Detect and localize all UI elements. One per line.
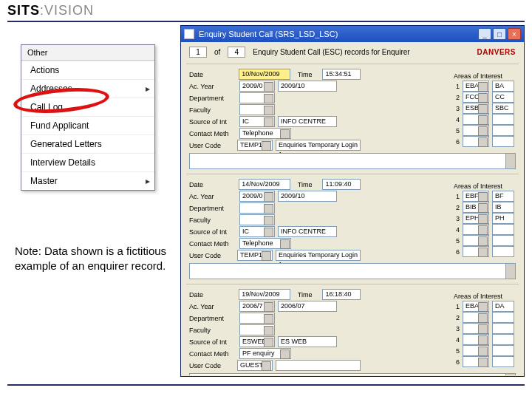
source-field[interactable]: ESWEB	[239, 336, 275, 347]
area-sub-field[interactable]	[492, 246, 514, 257]
menu-item-master[interactable]: Master▸	[21, 171, 154, 190]
area-sub-field[interactable]: CC	[492, 92, 514, 103]
menu-item-interview-details[interactable]: Interview Details	[21, 153, 154, 171]
dept-field[interactable]	[239, 313, 275, 324]
area-sub-field[interactable]	[492, 345, 514, 356]
time-field[interactable]: 16:18:40	[322, 289, 361, 300]
notes-textarea[interactable]	[189, 263, 516, 279]
area-code-field[interactable]: BIB	[463, 202, 489, 213]
area-code-field[interactable]	[463, 136, 489, 147]
year-field[interactable]: 2006/7	[239, 301, 275, 312]
area-sub-field[interactable]: IB	[492, 202, 514, 213]
source-field[interactable]: IC	[239, 116, 275, 127]
area-sub-field[interactable]: BA	[492, 81, 514, 92]
area-code-field[interactable]	[463, 246, 489, 257]
area-sub-field[interactable]	[492, 323, 514, 334]
area-code-field[interactable]	[463, 114, 489, 125]
area-code-field[interactable]: EPH	[463, 213, 489, 224]
area-sub-field[interactable]	[492, 334, 514, 345]
area-sub-field[interactable]	[492, 125, 514, 136]
date-field[interactable]: 19/Nov/2009	[239, 289, 290, 300]
area-sub-field[interactable]	[492, 356, 514, 367]
minimize-button[interactable]: _	[478, 28, 491, 40]
user-field[interactable]: GUEST	[237, 360, 273, 371]
area-sub-field[interactable]	[492, 114, 514, 125]
area-code-field[interactable]	[463, 345, 489, 356]
area-code-field[interactable]: ESBC	[463, 103, 489, 114]
area-sub-field[interactable]: SBC	[492, 103, 514, 114]
label-user: User Code	[189, 362, 234, 369]
area-sub-field[interactable]: BF	[492, 191, 514, 202]
label-dept: Department	[189, 315, 236, 322]
area-code-field[interactable]	[463, 235, 489, 246]
user-field[interactable]: TEMP1	[237, 140, 273, 151]
area-code-field[interactable]	[463, 224, 489, 235]
method-field[interactable]: Telephone	[239, 238, 291, 249]
area-sub-field[interactable]	[492, 312, 514, 323]
note-text: Note: Data shown is a fictitious example…	[15, 244, 168, 274]
notes-textarea[interactable]	[189, 153, 516, 169]
time-field[interactable]: 11:09:40	[322, 179, 361, 190]
year-field[interactable]: 2009/0	[239, 191, 275, 202]
time-field[interactable]: 15:34:51	[322, 69, 361, 80]
area-code-field[interactable]: FCC	[463, 92, 489, 103]
label-source: Source of Int	[189, 228, 236, 236]
area-code-field[interactable]: EBA	[463, 301, 489, 312]
label-year: Ac. Year	[189, 303, 236, 310]
titlebar[interactable]: Enquiry Student Call (SRS_LSD_LSC) _ □ ×	[181, 26, 524, 42]
menu-item-call-log[interactable]: Call Log	[21, 98, 154, 116]
area-sub-field[interactable]	[492, 136, 514, 147]
close-button[interactable]: ×	[508, 28, 521, 40]
dept-field[interactable]	[239, 92, 275, 103]
label-time: Time	[298, 71, 320, 78]
year2-field[interactable]: 2009/10	[278, 191, 337, 202]
area-sub-field[interactable]	[492, 224, 514, 235]
dept-field[interactable]	[239, 202, 275, 214]
record-index-input[interactable]	[189, 47, 207, 58]
scrollbar[interactable]	[505, 374, 515, 375]
label-method: Contact Meth	[189, 130, 236, 137]
area-code-field[interactable]	[463, 323, 489, 334]
label-source: Source of Int	[189, 118, 236, 126]
method-field[interactable]: PF enquiry	[239, 348, 291, 359]
area-code-field[interactable]	[463, 125, 489, 136]
date-field[interactable]: 10/Nov/2009	[239, 69, 290, 80]
menu-item-generated-letters[interactable]: Generated Letters	[21, 134, 154, 153]
scrollbar[interactable]	[505, 154, 515, 168]
user2-field[interactable]: Enquiries Temporary Login 1	[276, 140, 361, 151]
area-code-field[interactable]	[463, 312, 489, 323]
year2-field[interactable]: 2006/07	[278, 301, 337, 312]
notes-textarea[interactable]	[189, 373, 516, 375]
area-code-field[interactable]	[463, 334, 489, 345]
area-code-field[interactable]: EBF	[463, 191, 489, 202]
fac-field[interactable]	[239, 104, 275, 115]
record-total-input[interactable]	[228, 47, 245, 58]
fac-field[interactable]	[239, 214, 275, 225]
user2-field[interactable]	[276, 360, 361, 371]
menu-item-label: Generated Letters	[30, 139, 102, 149]
area-code-field[interactable]	[463, 356, 489, 367]
menu-item-addresses[interactable]: Addresses▸	[21, 79, 154, 98]
label-year: Ac. Year	[189, 83, 236, 90]
menu-item-fund-applicant[interactable]: Fund Applicant	[21, 116, 154, 134]
year2-field[interactable]: 2009/10	[278, 81, 337, 92]
scrollbar[interactable]	[505, 264, 515, 279]
area-sub-field[interactable]: PH	[492, 213, 514, 224]
user-field[interactable]: TEMP1	[237, 250, 273, 261]
area-code-field[interactable]: EBA	[463, 81, 489, 92]
method-field[interactable]: Telephone	[239, 128, 291, 139]
area-sub-field[interactable]	[492, 235, 514, 246]
menu-item-actions[interactable]: Actions	[21, 61, 154, 79]
fac-field[interactable]	[239, 324, 275, 335]
source2-field[interactable]: INFO CENTRE	[278, 116, 337, 127]
year-field[interactable]: 2009/0	[239, 81, 275, 92]
user2-field[interactable]: Enquiries Temporary Login 1	[276, 250, 361, 261]
label-areas: Areas of Interest	[454, 293, 516, 300]
source2-field[interactable]: INFO CENTRE	[278, 226, 337, 237]
date-field[interactable]: 14/Nov/2009	[239, 179, 290, 190]
source-field[interactable]: IC	[239, 226, 275, 237]
area-sub-field[interactable]: DA	[492, 301, 514, 312]
maximize-button[interactable]: □	[493, 28, 506, 40]
menu-item-label: Actions	[30, 65, 59, 75]
source2-field[interactable]: ES WEB	[278, 336, 337, 347]
